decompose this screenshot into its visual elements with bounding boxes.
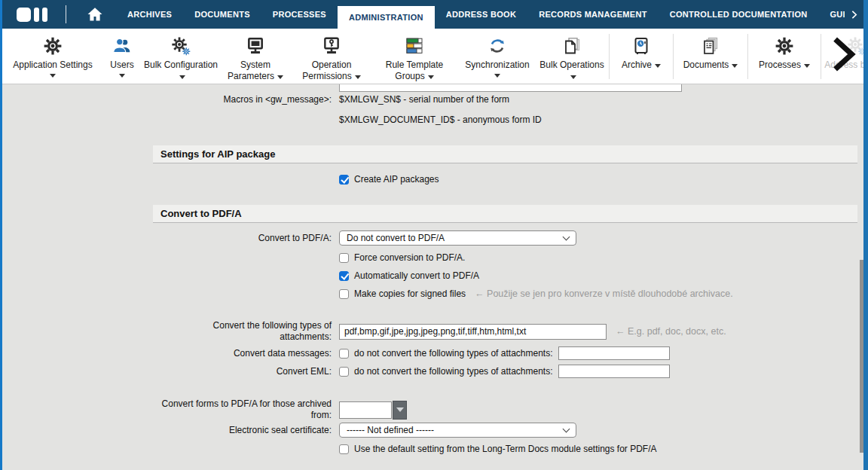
nav-tab-documents[interactable]: DOCUMENTS xyxy=(183,0,261,29)
app-logo xyxy=(0,0,58,29)
clipped-text-input[interactable] xyxy=(339,84,682,92)
nav-divider xyxy=(66,5,66,23)
chevron-down-icon xyxy=(179,75,185,79)
top-nav-bar: ARCHIVES DOCUMENTS PROCESSES ADMINISTRAT… xyxy=(0,0,863,29)
toolbar-item-label: Documents xyxy=(683,60,729,70)
toolbar-item-label: Application Settings xyxy=(13,60,92,70)
default-setting-checkbox[interactable] xyxy=(339,444,349,454)
forms-archived-field[interactable] xyxy=(339,401,392,419)
eml-checkbox[interactable] xyxy=(339,367,349,377)
monitor-key-icon xyxy=(322,35,341,57)
data-messages-row: Convert data messages: do not convert th… xyxy=(0,346,863,360)
auto-convert-row: Automatically convert to PDF/A xyxy=(339,270,479,281)
toolbar-bulk-configuration[interactable]: Bulk Configuration xyxy=(143,34,219,82)
triangle-down-icon xyxy=(396,407,404,412)
logo-square xyxy=(17,8,31,22)
toolbar-documents[interactable]: Documents xyxy=(675,34,746,71)
window-edge-right xyxy=(863,0,868,470)
gear-icon xyxy=(775,35,794,57)
data-messages-input[interactable] xyxy=(558,346,670,360)
chevron-down-icon xyxy=(494,74,500,78)
toolbar-item-label: System Parameters xyxy=(228,60,274,81)
attachment-types-label: Convert the following types of attachmen… xyxy=(162,320,332,343)
make-copies-hint: ← Použije se jen pro konverze v místě dl… xyxy=(475,288,733,299)
make-copies-label: Make copies for signed files xyxy=(354,288,466,299)
seal-certificate-select[interactable]: ------ Not defined ------ xyxy=(339,423,576,438)
section-header-pdfa: Convert to PDF/A xyxy=(153,205,857,223)
toolbar-system-parameters[interactable]: System Parameters xyxy=(219,34,292,82)
nav-tab-administration[interactable]: ADMINISTRATION xyxy=(338,6,435,29)
toolbar-scroll-right-button[interactable] xyxy=(824,33,862,78)
toolbar-application-settings[interactable]: Application Settings xyxy=(5,34,101,78)
toolbar-bulk-operations[interactable]: Bulk Operations xyxy=(536,34,607,82)
eml-row: Convert EML: do not convert the followin… xyxy=(0,365,863,378)
admin-toolbar: Application Settings Users Bulk Configur… xyxy=(0,29,863,84)
chevron-down-icon xyxy=(355,75,361,79)
users-icon xyxy=(112,35,132,57)
logo-bar xyxy=(42,8,47,22)
seal-certificate-row: Electronic seal certificate: ------ Not … xyxy=(0,423,863,438)
chevron-down-icon xyxy=(277,75,283,79)
monitor-icon xyxy=(246,35,265,57)
toolbar-item-label: Processes xyxy=(759,60,801,70)
forms-archived-row: Convert forms to PDF/A for those archive… xyxy=(0,398,863,421)
toolbar-processes[interactable]: Processes xyxy=(750,34,819,71)
make-copies-row: Make copies for signed files ← Použije s… xyxy=(339,288,733,299)
gear-icon xyxy=(43,35,63,57)
nav-tab-processes[interactable]: PROCESSES xyxy=(261,0,338,29)
eml-input[interactable] xyxy=(558,365,670,378)
select-value: ------ Not defined ------ xyxy=(347,425,434,435)
home-icon xyxy=(86,5,104,23)
chevron-right-icon xyxy=(824,33,862,75)
vertical-scrollbar-thumb[interactable] xyxy=(860,260,863,453)
create-aip-row: Create AIP packages xyxy=(339,174,439,185)
toolbar-item-label: Rule Template Groups xyxy=(386,60,444,81)
home-button[interactable] xyxy=(74,0,116,29)
nav-tab-controlled-documentation[interactable]: CONTROLLED DOCUMENTATION xyxy=(659,0,819,29)
nav-tab-archives[interactable]: ARCHIVES xyxy=(116,0,183,29)
chevron-down-icon xyxy=(50,74,56,78)
toolbar-item-label: Archive xyxy=(622,60,652,70)
toolbar-archive[interactable]: Archive xyxy=(611,34,671,71)
convert-pdfa-select[interactable]: Do not convert to PDF/A xyxy=(339,230,576,246)
data-messages-checkbox[interactable] xyxy=(339,349,349,359)
toolbar-item-label: Users xyxy=(110,60,133,70)
convert-select-row: Convert to PDF/A: Do not convert to PDF/… xyxy=(0,230,863,246)
colored-list-icon xyxy=(405,35,424,57)
macro-line-2: $XMLGW_DOCUMENT_ID$ - anonymous form ID xyxy=(339,114,542,125)
eml-checkbox-label: do not convert the following types of at… xyxy=(354,366,552,377)
nav-tab-records-management[interactable]: RECORDS MANAGEMENT xyxy=(527,0,659,29)
nav-overflow-button[interactable] xyxy=(845,0,863,29)
copy-pages-icon xyxy=(562,35,582,57)
create-aip-checkbox[interactable] xyxy=(339,175,349,185)
macro-line-1: $XMLGW_SN$ - serial number of the form xyxy=(339,94,542,105)
nav-tab-address-book[interactable]: ADDRESS BOOK xyxy=(435,0,527,29)
forms-archived-combobox[interactable] xyxy=(339,401,407,420)
chevron-down-icon xyxy=(563,233,570,240)
auto-convert-checkbox[interactable] xyxy=(339,271,349,281)
toolbar-users[interactable]: Users xyxy=(101,34,143,78)
toolbar-divider xyxy=(821,34,821,79)
data-messages-checkbox-label: do not convert the following types of at… xyxy=(354,348,552,359)
toolbar-divider xyxy=(673,34,674,79)
double-gear-icon xyxy=(171,35,191,57)
chevron-down-icon xyxy=(570,75,576,79)
chevron-down-icon xyxy=(563,425,570,432)
convert-select-label: Convert to PDF/A: xyxy=(0,233,332,244)
toolbar-operation-permissions[interactable]: Operation Permissions xyxy=(292,34,371,82)
default-setting-row: Use the default setting from the Long-Te… xyxy=(339,444,657,454)
document-stack-icon xyxy=(701,35,720,57)
toolbar-divider xyxy=(747,34,748,79)
default-setting-label: Use the default setting from the Long-Te… xyxy=(354,444,657,454)
toolbar-item-label: Synchronization xyxy=(465,60,529,70)
toolbar-synchronization[interactable]: Synchronization xyxy=(458,34,536,78)
forms-archived-dropdown-button[interactable] xyxy=(393,401,407,420)
chevron-right-icon xyxy=(849,10,859,20)
attachment-types-row: Convert the following types of attachmen… xyxy=(0,320,863,343)
window-edge-left xyxy=(0,0,2,470)
make-copies-checkbox[interactable] xyxy=(339,289,349,299)
attachment-types-input[interactable] xyxy=(339,324,607,340)
force-conversion-checkbox[interactable] xyxy=(339,253,349,263)
toolbar-rule-template-groups[interactable]: Rule Template Groups xyxy=(371,34,458,82)
seal-certificate-label: Electronic seal certificate: xyxy=(0,425,332,436)
